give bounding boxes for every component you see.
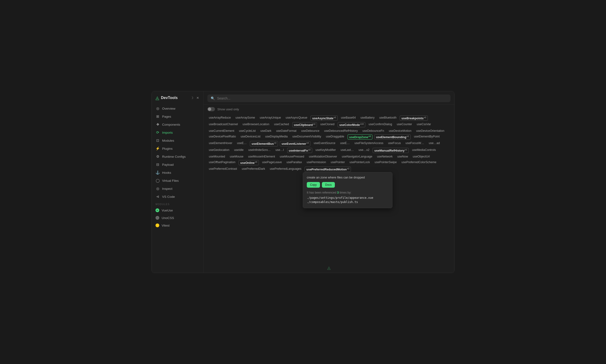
composable-tag[interactable]: useDebouncedRefHistory <box>323 129 359 133</box>
copy-button[interactable]: Copy <box>307 182 320 188</box>
composable-tag[interactable]: useCached <box>272 122 290 127</box>
composable-tag[interactable]: useBase64 <box>340 116 357 121</box>
composable-tag[interactable]: usePreferredContrast <box>207 167 239 172</box>
composable-tag[interactable]: useElementBusx2 <box>250 141 278 146</box>
composable-tag[interactable]: useDraggable <box>324 134 346 140</box>
theme-toggle-button[interactable]: ☽ <box>190 95 194 100</box>
composable-dropzone-tag[interactable]: useDropZonex3 <box>348 134 373 140</box>
search-input-wrap[interactable]: 🔍 <box>207 94 450 102</box>
composable-tag[interactable]: usePageLeave <box>261 160 283 165</box>
composable-tag[interactable]: useDevicePixelRatio <box>207 134 237 140</box>
composable-tag[interactable]: useArrayReduce <box>207 116 232 121</box>
sidebar-item-virtual-files[interactable]: ◯ Virtual Files <box>152 177 203 185</box>
tooltip-file-1[interactable]: ./pages/settings/profile/appearance.vue <box>307 196 389 199</box>
composable-tag[interactable]: useEventSource <box>312 141 337 146</box>
sidebar-item-vscode[interactable]: ⊲ VS Code <box>152 193 203 201</box>
composable-tag[interactable]: usePointer <box>329 160 346 165</box>
composable-tag[interactable]: useFocusW… <box>404 141 426 146</box>
composable-tag[interactable]: useArraySome <box>234 116 256 121</box>
composable-tag[interactable]: useCssVar <box>415 122 432 127</box>
composable-tag[interactable]: use…l <box>274 148 285 153</box>
composable-tag[interactable]: useDateFormat <box>275 129 298 133</box>
composable-tag[interactable]: useGeolocation <box>207 148 231 153</box>
composable-tag[interactable]: useCounter <box>395 122 413 127</box>
composable-tag[interactable]: useMediaControls <box>411 148 437 153</box>
composable-tag[interactable]: useIdle <box>233 148 245 153</box>
composable-tag[interactable]: useOffsetPagination <box>207 160 237 165</box>
composable-tag[interactable]: useIntervalFnx2 <box>287 148 312 153</box>
composable-tag[interactable]: useObjectUrl <box>411 155 431 159</box>
sidebar-item-inspect[interactable]: ◎ Inspect <box>152 185 203 193</box>
composable-tag[interactable]: use…x2 <box>357 148 371 153</box>
composable-tag[interactable]: useKeyModifier <box>314 148 337 153</box>
composable-tag[interactable]: useDocumentVisibility <box>291 134 323 140</box>
composable-tag[interactable]: useDeviceMotion <box>388 129 413 133</box>
composable-tag[interactable]: useCloned <box>319 122 336 127</box>
composable-tag[interactable]: useElementByPoint <box>413 134 441 140</box>
composable-tag[interactable]: useParallax <box>285 160 303 165</box>
composable-tag[interactable]: use…ad <box>427 141 441 146</box>
composable-tag[interactable]: useNetwork <box>376 155 394 159</box>
composable-tag[interactable]: usePreferredLanguages <box>268 167 303 172</box>
composable-tag[interactable]: usePreferredDark <box>241 167 267 172</box>
sidebar-item-modules[interactable]: ⊡ Modules <box>152 136 203 144</box>
composable-tag[interactable]: useBluetooth <box>378 116 398 121</box>
composable-tag[interactable]: useLast… <box>339 148 355 153</box>
composable-tag[interactable]: useConfirmDialog <box>367 122 393 127</box>
show-used-only-toggle[interactable] <box>207 107 215 111</box>
composable-tag[interactable]: useInfiniteScro… <box>247 148 272 153</box>
composable-tag[interactable]: useAsyncQueue <box>284 116 309 121</box>
composable-tag[interactable]: useOnlinex3 <box>239 160 259 165</box>
sidebar-item-hooks[interactable]: ⚓ Hooks <box>152 169 203 177</box>
composable-tag[interactable]: useMouse <box>229 155 245 159</box>
composable-tag[interactable]: useFileSystemAccess <box>353 141 385 146</box>
composable-tag[interactable]: useArrayUnique <box>258 116 283 121</box>
composable-tag[interactable]: usePermission <box>305 160 327 165</box>
search-input[interactable] <box>217 96 447 100</box>
composable-tag[interactable]: usePreferredColorScheme <box>400 160 438 165</box>
composable-tag[interactable]: useBroadcastChannel <box>207 122 239 127</box>
composable-tag[interactable]: useManualRefHistoryx1 <box>373 148 409 153</box>
composable-tag[interactable]: useCurrentElement <box>207 129 236 133</box>
sidebar-item-components[interactable]: ❖ Components <box>152 120 203 129</box>
composable-tag[interactable]: useMouseInElement <box>247 155 277 159</box>
composable-tag[interactable]: useEventListenerx4 <box>280 141 310 146</box>
sidebar-item-overview[interactable]: ◎ Overview <box>152 104 203 112</box>
sidebar-item-imports[interactable]: ⟳ Imports <box>152 129 203 136</box>
composable-tag[interactable]: usePointerLock <box>348 160 371 165</box>
composable-tag[interactable]: usePreferredReducedMotionx2 <box>305 167 351 172</box>
composable-tag[interactable]: useBattery <box>359 116 376 121</box>
sidebar-item-unocss[interactable]: · UnoCSS <box>152 214 203 221</box>
composable-tag[interactable]: useBrowserLocation <box>241 122 271 127</box>
composable-tag[interactable]: usePointerSwipe <box>373 160 398 165</box>
composable-tag[interactable]: useNavigatorLanguage <box>340 155 374 159</box>
close-button[interactable]: ✕ <box>196 95 200 100</box>
composable-tag[interactable]: useAsyncStatex2 <box>310 116 338 121</box>
docs-button[interactable]: Docs <box>322 182 335 188</box>
composable-tag[interactable]: useElementBoundingx2 <box>374 134 411 140</box>
sidebar-item-vitest[interactable]: ⚡ Vitest <box>152 221 203 229</box>
composable-tag[interactable]: useFocus <box>387 141 402 146</box>
composable-tag[interactable]: useElementHover <box>207 141 234 146</box>
sidebar-item-payload[interactable]: ⊟ Payload <box>152 161 203 169</box>
composable-tag[interactable]: useDevicesList <box>239 134 262 140</box>
composable-tag[interactable]: useDisplayMedia <box>264 134 289 140</box>
composable-tag[interactable]: useDebounceFn <box>361 129 386 133</box>
composable-tag[interactable]: useE… <box>339 141 351 146</box>
composable-tag[interactable]: useNow <box>396 155 409 159</box>
composable-tag[interactable]: useMutationObserver <box>308 155 339 159</box>
sidebar-item-vueuse[interactable]: U VueUse <box>152 207 203 214</box>
composable-tag[interactable]: useDark <box>259 129 273 133</box>
composable-tag[interactable]: useE… <box>236 141 248 146</box>
tooltip-file-2[interactable]: ./composables/masto/publish.ts <box>307 200 389 204</box>
sidebar-item-pages[interactable]: ⊞ Pages <box>152 112 203 120</box>
composable-tag[interactable]: useClipboardx2 <box>292 122 317 127</box>
composable-tag[interactable]: useMounted <box>207 155 227 159</box>
composable-tag[interactable]: useBreakpointsx2 <box>400 116 428 121</box>
composable-tag[interactable]: useColorModex19 <box>338 122 365 127</box>
sidebar-item-runtime-configs[interactable]: ⚙ Runtime Configs <box>152 153 203 161</box>
composable-tag[interactable]: useDeviceOrientation <box>415 129 446 133</box>
composable-tag[interactable]: useDebounce <box>300 129 321 133</box>
composable-tag[interactable]: useCycleList <box>238 129 257 133</box>
composable-tag[interactable]: useMousePressed <box>278 155 306 159</box>
